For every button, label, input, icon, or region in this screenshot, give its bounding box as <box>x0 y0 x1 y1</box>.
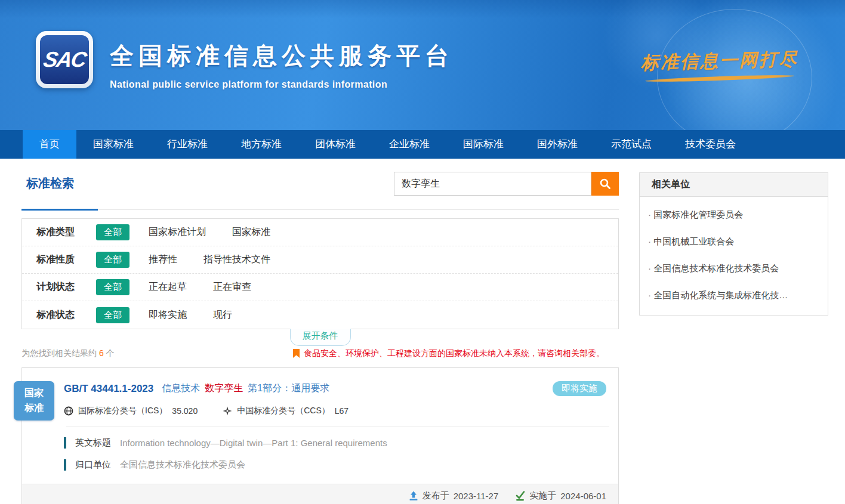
card-footer: 发布于 2023-11-27 实施于 2024-06-01 <box>22 484 618 504</box>
expand-conditions-button[interactable]: 展开条件 <box>290 329 351 346</box>
results-summary-suffix: 个 <box>106 348 115 358</box>
nav-item-group-standards[interactable]: 团体标准 <box>298 130 372 159</box>
site-title-block: 全国标准信息公共服务平台 National public service pla… <box>110 39 454 90</box>
results-summary-prefix: 为您找到相关结果约 <box>21 348 97 358</box>
detail-row-english-title: 英文标题 Information technology—Digital twin… <box>64 437 618 449</box>
bookmark-icon <box>292 349 300 358</box>
filter-option[interactable]: 国家标准 <box>232 226 270 239</box>
results-count: 6 <box>99 348 104 358</box>
nav-item-industry-standards[interactable]: 行业标准 <box>150 130 224 159</box>
nav-item-pilot[interactable]: 示范试点 <box>594 130 668 159</box>
system-notice: 食品安全、环境保护、工程建设方面的国家标准未纳入本系统，请咨询相关部委。 <box>292 348 605 359</box>
nav-item-technical-committee[interactable]: 技术委员会 <box>668 130 753 159</box>
standard-type-badge: 国家 标准 <box>14 381 54 420</box>
filter-label: 计划状态 <box>36 281 96 293</box>
status-badge: 即将实施 <box>553 381 606 396</box>
filter-option[interactable]: 即将实施 <box>149 309 187 321</box>
results-info-row: 为您找到相关结果约6个 食品安全、环境保护、工程建设方面的国家标准未纳入本系统，… <box>21 348 619 359</box>
standard-code-link[interactable]: GB/T 43441.1-2023 <box>64 383 153 395</box>
standard-title-part2[interactable]: 第1部分：通用要求 <box>248 382 329 395</box>
filter-option[interactable]: 推荐性 <box>149 253 177 266</box>
globe-icon <box>64 406 73 416</box>
badge-line2: 标准 <box>24 401 44 416</box>
filter-panel: 标准类型 全部 国家标准计划 国家标准 标准性质 全部 推荐性 指导性技术文件 … <box>21 218 619 329</box>
nav-item-home[interactable]: 首页 <box>23 130 76 159</box>
filter-option[interactable]: 正在审查 <box>213 281 251 293</box>
standard-result-card: 国家 标准 GB/T 43441.1-2023 信息技术 数字孪生 第1部分：通… <box>21 367 619 504</box>
upload-icon <box>409 491 418 501</box>
nav-item-local-standards[interactable]: 地方标准 <box>224 130 298 159</box>
filter-row-standard-nature: 标准性质 全部 推荐性 指导性技术文件 <box>22 246 618 274</box>
related-organizations-panel: 相关单位 国家标准化管理委员会 中国机械工业联合会 全国信息技术标准化技术委员会… <box>639 172 828 316</box>
implement-label: 实施于 <box>529 490 556 502</box>
filter-option[interactable]: 国家标准计划 <box>149 226 206 239</box>
expand-conditions-wrap: 展开条件 <box>21 329 619 346</box>
site-title-cn: 全国标准信息公共服务平台 <box>110 39 454 72</box>
classification-row: 国际标准分类号（ICS） 35.020 中国标准分类号（CCS） L67 <box>64 406 606 416</box>
filter-badge-all[interactable]: 全部 <box>96 252 129 268</box>
sidebar-title: 相关单位 <box>640 173 828 197</box>
search-icon <box>599 178 611 190</box>
card-main: GB/T 43441.1-2023 信息技术 数字孪生 第1部分：通用要求 即将… <box>22 368 618 416</box>
search-header: 标准检索 <box>21 172 619 210</box>
site-header: SAC 全国标准信息公共服务平台 National public service… <box>0 0 845 130</box>
filter-option[interactable]: 现行 <box>213 309 232 321</box>
check-icon <box>515 491 525 501</box>
detail-row-committee: 归口单位 全国信息技术标准化技术委员会 <box>64 459 618 471</box>
detail-label: 归口单位 <box>75 459 111 471</box>
sidebar-item-machinery-federation[interactable]: 中国机械工业联合会 <box>640 228 828 255</box>
publish-date-item: 发布于 2023-11-27 <box>409 490 499 502</box>
sac-logo-text: SAC <box>41 47 87 72</box>
main-column: 标准检索 标准类型 全部 国家标准计划 <box>21 159 619 504</box>
site-title-en: National public service platform for sta… <box>110 79 454 90</box>
results-summary: 为您找到相关结果约6个 <box>21 348 115 359</box>
ccs-group: 中国标准分类号（CCS） L67 <box>223 406 349 416</box>
standard-title-highlight[interactable]: 数字孪生 <box>205 382 243 395</box>
filter-badge-all[interactable]: 全部 <box>96 307 129 323</box>
tab-active-underline <box>21 209 98 211</box>
filter-row-standard-type: 标准类型 全部 国家标准计划 国家标准 <box>22 219 618 246</box>
card-title-row: GB/T 43441.1-2023 信息技术 数字孪生 第1部分：通用要求 即将… <box>64 381 606 396</box>
detail-label: 英文标题 <box>75 437 111 449</box>
main-nav: 首页 国家标准 行业标准 地方标准 团体标准 企业标准 国际标准 国外标准 示范… <box>0 130 845 159</box>
sidebar-item-automation-committee[interactable]: 全国自动化系统与集成标准化技… <box>640 282 828 309</box>
compass-icon <box>223 406 232 416</box>
implement-date: 2024-06-01 <box>560 491 606 501</box>
search-input[interactable] <box>394 172 591 196</box>
notice-text: 食品安全、环境保护、工程建设方面的国家标准未纳入本系统，请咨询相关部委。 <box>304 348 605 359</box>
ics-label: 国际标准分类号（ICS） <box>78 406 167 416</box>
filter-badge-all[interactable]: 全部 <box>96 279 129 295</box>
tab-standard-search[interactable]: 标准检索 <box>26 175 74 191</box>
detail-bar <box>64 437 66 449</box>
nav-item-national-standards[interactable]: 国家标准 <box>76 130 150 159</box>
sidebar-list: 国家标准化管理委员会 中国机械工业联合会 全国信息技术标准化技术委员会 全国自动… <box>640 197 828 315</box>
badge-line1: 国家 <box>24 386 44 401</box>
filter-option[interactable]: 指导性技术文件 <box>203 253 270 266</box>
nav-item-foreign-standards[interactable]: 国外标准 <box>520 130 594 159</box>
sidebar-item-sac[interactable]: 国家标准化管理委员会 <box>640 202 828 228</box>
filter-row-standard-status: 标准状态 全部 即将实施 现行 <box>22 301 618 329</box>
sac-logo: SAC <box>36 31 93 88</box>
ccs-value: L67 <box>335 406 349 416</box>
sidebar-item-it-standardization-committee[interactable]: 全国信息技术标准化技术委员会 <box>640 255 828 282</box>
filter-label: 标准状态 <box>36 309 96 321</box>
search-box <box>394 172 619 196</box>
filter-row-plan-status: 计划状态 全部 正在起草 正在审查 <box>22 274 618 301</box>
card-divider <box>66 426 609 426</box>
detail-value-english-title: Information technology—Digital twin—Part… <box>120 438 387 448</box>
slogan-text: 标准信息一网打尽 <box>641 47 799 76</box>
nav-item-international-standards[interactable]: 国际标准 <box>446 130 520 159</box>
filter-badge-all[interactable]: 全部 <box>96 224 129 240</box>
standard-title-part1[interactable]: 信息技术 <box>162 382 200 395</box>
publish-date: 2023-11-27 <box>454 491 499 501</box>
ics-value: 35.020 <box>172 406 198 416</box>
detail-value-committee: 全国信息技术标准化技术委员会 <box>120 459 245 471</box>
filter-label: 标准性质 <box>36 253 96 266</box>
ccs-label: 中国标准分类号（CCS） <box>237 406 330 416</box>
filter-option[interactable]: 正在起草 <box>149 281 187 293</box>
nav-item-enterprise-standards[interactable]: 企业标准 <box>372 130 446 159</box>
search-button[interactable] <box>591 172 619 196</box>
ics-group: 国际标准分类号（ICS） 35.020 <box>64 406 198 416</box>
filter-label: 标准类型 <box>36 226 96 239</box>
publish-label: 发布于 <box>422 490 449 502</box>
